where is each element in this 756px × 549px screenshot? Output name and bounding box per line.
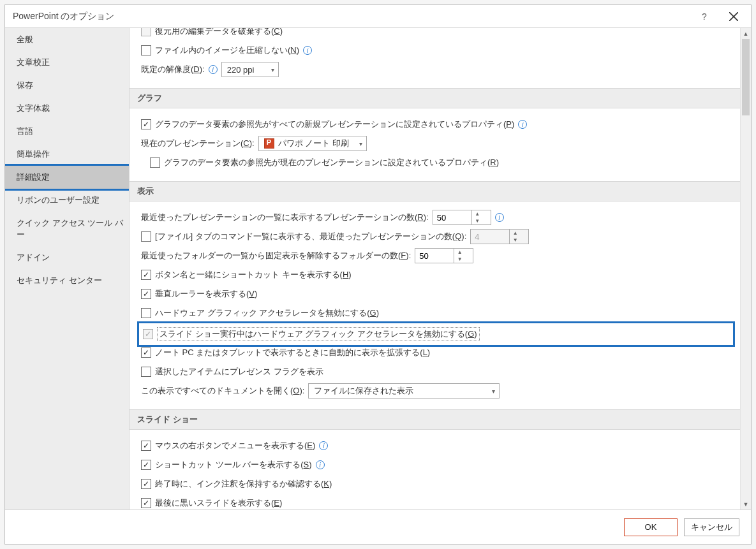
vertical-ruler-checkbox[interactable] xyxy=(141,289,151,299)
close-button[interactable] xyxy=(719,6,748,27)
sidebar-item-save[interactable]: 保存 xyxy=(5,74,129,97)
discard-editdata-label: 復元用の編集データを破棄する(C) xyxy=(155,28,283,37)
content-area: ▲ ▼ 復元用の編集データを破棄する(C) ファイル内のイメージを圧縮しない(N… xyxy=(130,28,751,509)
auto-extend-display-checkbox[interactable] xyxy=(141,348,151,358)
folder-count-label: 最近使ったフォルダーの一覧から固定表示を解除するフォルダーの数(F): xyxy=(141,250,411,261)
options-dialog: PowerPoint のオプション ? 全般 文章校正 保存 文字体裁 言語 簡… xyxy=(4,4,752,545)
discard-editdata-checkbox[interactable] xyxy=(141,28,151,36)
spin-up-button[interactable]: ▲ xyxy=(472,210,483,217)
chart-prop-current-label: グラフのデータ要素の参照先が現在のプレゼンテーションに設定されているプロパティ(… xyxy=(164,157,499,168)
help-button[interactable]: ? xyxy=(690,6,719,27)
chart-prop-all-label: グラフのデータ要素の参照先がすべての新規プレゼンテーションに設定されているプロパ… xyxy=(155,119,514,130)
end-black-slide-label: 最後に黒いスライドを表示する(E) xyxy=(155,497,282,509)
chart-prop-all-checkbox[interactable] xyxy=(141,119,151,129)
info-icon[interactable] xyxy=(316,460,325,469)
open-docs-label: この表示ですべてのドキュメントを開く(O): xyxy=(141,385,304,397)
shortcut-toolbar-label: ショートカット ツール バーを表示する(S) xyxy=(155,459,312,471)
presence-flag-label: 選択したアイテムにプレゼンス フラグを表示 xyxy=(155,366,323,377)
chart-prop-current-checkbox[interactable] xyxy=(150,157,160,168)
powerpoint-icon xyxy=(264,138,274,149)
presence-flag-checkbox[interactable] xyxy=(141,367,151,377)
sidebar-item-general[interactable]: 全般 xyxy=(5,28,129,51)
chevron-down-icon: ▾ xyxy=(359,140,362,147)
scroll-up-button[interactable]: ▲ xyxy=(741,28,751,39)
shortcut-toolbar-checkbox[interactable] xyxy=(141,460,151,470)
current-presentation-combo[interactable]: パワポ ノート 印刷▾ xyxy=(258,136,367,151)
dialog-title: PowerPoint のオプション xyxy=(13,11,114,22)
sidebar-item-advanced[interactable]: 詳細設定 xyxy=(5,164,130,191)
spin-up-button[interactable]: ▲ xyxy=(454,249,465,256)
compress-images-label: ファイル内のイメージを圧縮しない(N) xyxy=(155,45,299,56)
shortcut-key-label: ボタン名と一緒にショートカット キーを表示する(H) xyxy=(155,269,352,281)
chevron-down-icon: ▾ xyxy=(492,388,495,395)
open-docs-combo[interactable]: ファイルに保存された表示▾ xyxy=(308,383,500,399)
section-chart-header: グラフ xyxy=(130,88,740,108)
file-tab-count-input xyxy=(471,232,509,242)
shortcut-key-checkbox[interactable] xyxy=(141,270,151,280)
info-icon[interactable] xyxy=(495,213,504,222)
hw-accel-disable-checkbox[interactable] xyxy=(141,308,151,318)
sidebar-item-ribbon[interactable]: リボンのユーザー設定 xyxy=(5,189,129,212)
recent-count-input[interactable] xyxy=(433,213,471,223)
auto-extend-display-label: ノート PC またはタブレットで表示するときに自動的に表示を拡張する(L) xyxy=(155,347,430,358)
info-icon[interactable] xyxy=(518,120,527,129)
spin-down-button[interactable]: ▼ xyxy=(472,217,483,224)
sidebar-item-qat[interactable]: クイック アクセス ツール バー xyxy=(5,212,129,246)
info-icon[interactable] xyxy=(209,65,218,74)
folder-count-input[interactable] xyxy=(415,251,454,261)
file-tab-count-label: [ファイル] タブのコマンド一覧に表示する、最近使ったプレゼンテーションの数(Q… xyxy=(155,231,466,242)
file-tab-count-spin: ▲▼ xyxy=(470,229,529,244)
current-presentation-label: 現在のプレゼンテーション(C): xyxy=(141,138,255,149)
sidebar-item-language[interactable]: 言語 xyxy=(5,120,129,143)
default-resolution-value: 220 ppi xyxy=(227,65,255,75)
open-docs-value: ファイルに保存された表示 xyxy=(314,385,413,397)
sidebar-item-addins[interactable]: アドイン xyxy=(5,246,129,269)
folder-count-spin[interactable]: ▲▼ xyxy=(415,248,473,263)
vertical-scrollbar[interactable]: ▲ ▼ xyxy=(740,28,751,509)
sidebar-item-proofing[interactable]: 文章校正 xyxy=(5,51,129,74)
chevron-down-icon: ▾ xyxy=(271,66,274,73)
sidebar-item-easeofaccess[interactable]: 簡単操作 xyxy=(5,143,129,166)
rightclick-menu-label: マウスの右ボタンでメニューを表示する(E) xyxy=(155,440,315,451)
section-display-header: 表示 xyxy=(130,181,740,201)
recent-count-label: 最近使ったプレゼンテーションの一覧に表示するプレゼンテーションの数(R): xyxy=(141,212,429,223)
titlebar: PowerPoint のオプション ? xyxy=(5,5,751,28)
vertical-ruler-label: 垂直ルーラーを表示する(V) xyxy=(155,288,257,300)
dialog-footer: OK キャンセル xyxy=(5,509,751,544)
slideshow-hw-disable-checkbox[interactable] xyxy=(143,329,153,339)
rightclick-menu-checkbox[interactable] xyxy=(141,441,151,451)
close-icon xyxy=(729,12,738,21)
end-black-slide-checkbox[interactable] xyxy=(141,498,151,508)
dialog-body: 全般 文章校正 保存 文字体裁 言語 簡単操作 詳細設定 リボンのユーザー設定 … xyxy=(5,28,751,509)
spin-down-button[interactable]: ▼ xyxy=(454,256,465,263)
scrollbar-thumb[interactable] xyxy=(742,39,750,115)
current-presentation-value: パワポ ノート 印刷 xyxy=(278,138,349,149)
sidebar-item-trustcenter[interactable]: セキュリティ センター xyxy=(5,269,129,292)
default-resolution-combo[interactable]: 220 ppi▾ xyxy=(221,62,279,77)
info-icon[interactable] xyxy=(319,441,328,450)
sidebar-item-typography[interactable]: 文字体裁 xyxy=(5,97,129,120)
cancel-button[interactable]: キャンセル xyxy=(684,518,739,536)
file-tab-count-checkbox[interactable] xyxy=(141,231,151,242)
hw-accel-disable-label: ハードウェア グラフィック アクセラレータを無効にする(G) xyxy=(155,307,379,319)
category-sidebar: 全般 文章校正 保存 文字体裁 言語 簡単操作 詳細設定 リボンのユーザー設定 … xyxy=(5,28,130,509)
slideshow-hw-disable-label: スライド ショー実行中はハードウェア グラフィック アクセラレータを無効にする(… xyxy=(157,327,480,341)
info-icon[interactable] xyxy=(303,46,312,55)
default-resolution-label: 既定の解像度(D): xyxy=(141,64,205,75)
compress-images-checkbox[interactable] xyxy=(141,45,151,55)
section-slideshow-header: スライド ショー xyxy=(130,409,740,430)
keep-ink-checkbox[interactable] xyxy=(141,479,151,489)
recent-count-spin[interactable]: ▲▼ xyxy=(433,210,491,225)
keep-ink-label: 終了時に、インク注釈を保持するか確認する(K) xyxy=(155,478,332,490)
ok-button[interactable]: OK xyxy=(624,518,678,536)
scroll-down-button[interactable]: ▼ xyxy=(741,499,751,509)
